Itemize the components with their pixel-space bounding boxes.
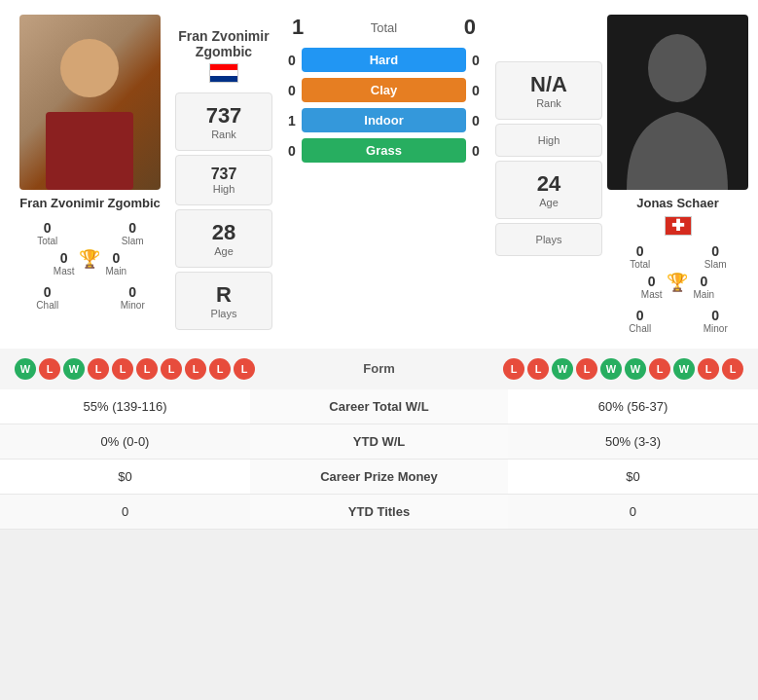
stat-mast-right: 0 Mast bbox=[641, 274, 663, 300]
players-section: Fran Zvonimir Zgombic 0 Total 0 Slam 0 M… bbox=[0, 0, 758, 344]
form-badge: L bbox=[503, 358, 524, 380]
grass-score-left: 0 bbox=[282, 143, 302, 159]
player-left-name: Fran Zvonimir Zgombic bbox=[19, 196, 160, 212]
trophy-icon-right: 🏆 bbox=[667, 274, 688, 291]
form-badge: W bbox=[63, 358, 85, 380]
player-right-stats-grid: 0 Total 0 Slam bbox=[607, 243, 748, 270]
middle-stats-left: Fran Zvonimir Zgombic 737 Rank 737 High … bbox=[175, 15, 272, 334]
stat-center-label: YTD W/L bbox=[250, 424, 508, 459]
high-label-left: High bbox=[191, 183, 257, 195]
stat-left-value: $0 bbox=[0, 459, 250, 494]
form-badge: L bbox=[112, 358, 133, 380]
form-badge: W bbox=[600, 358, 622, 380]
form-badge: L bbox=[161, 358, 182, 380]
age-value-left: 28 bbox=[191, 220, 257, 245]
plays-box-left: R Plays bbox=[175, 272, 272, 330]
form-badge: L bbox=[39, 358, 60, 380]
player-left-stats2: 0 Chall 0 Minor bbox=[10, 284, 170, 311]
rank-label-right: Rank bbox=[511, 97, 587, 109]
stat-left-value: 0 bbox=[0, 494, 250, 529]
plays-box-right: Plays bbox=[495, 223, 602, 256]
stat-center-label: YTD Titles bbox=[250, 494, 508, 529]
form-badge: W bbox=[625, 358, 646, 380]
form-badge: W bbox=[552, 358, 573, 380]
age-value-right: 24 bbox=[511, 171, 587, 197]
stat-mast-left: 0 Mast bbox=[54, 250, 75, 276]
high-box-right: High bbox=[495, 124, 602, 157]
form-badges-right: LLWLWWLWLL bbox=[503, 358, 743, 380]
surface-row-indoor: 1 Indoor 0 bbox=[282, 108, 486, 132]
player-right-stats2: 0 Chall 0 Minor bbox=[607, 308, 748, 334]
indoor-score-right: 0 bbox=[466, 113, 486, 129]
stat-chall-right: 0 Chall bbox=[607, 308, 673, 334]
stat-left-value: 55% (139-116) bbox=[0, 389, 250, 424]
stat-minor-right: 0 Minor bbox=[683, 308, 749, 334]
trophy-row-left: 0 Mast 🏆 0 Main bbox=[54, 250, 126, 276]
career-stat-row: 0% (0-0) YTD W/L 50% (3-3) bbox=[0, 424, 758, 459]
stat-main-right: 0 Main bbox=[693, 274, 714, 300]
player-right: Jonas Schaer ✚ 0 Total 0 Slam 0 bbox=[607, 15, 748, 334]
total-label: Total bbox=[371, 20, 397, 35]
form-badge: L bbox=[185, 358, 206, 380]
stat-total-left: 0 Total bbox=[10, 220, 86, 246]
svg-point-0 bbox=[648, 34, 706, 102]
total-row: 1 Total 0 bbox=[282, 15, 486, 40]
form-section: WLWLLLLLLL Form LLWLWWLWLL bbox=[0, 349, 758, 389]
form-badge: L bbox=[576, 358, 597, 380]
form-badge: L bbox=[527, 358, 549, 380]
player-left-stats: 0 Total 0 Slam bbox=[10, 220, 170, 246]
rank-value-left: 737 bbox=[191, 103, 257, 129]
trophy-icon-left: 🏆 bbox=[79, 250, 100, 268]
career-stat-row: 0 YTD Titles 0 bbox=[0, 494, 758, 529]
total-score-left: 1 bbox=[292, 15, 304, 40]
stat-chall-left: 0 Chall bbox=[10, 284, 86, 311]
stat-total-right: 0 Total bbox=[607, 243, 673, 270]
total-score-right: 0 bbox=[464, 15, 476, 40]
flag-croatia bbox=[209, 63, 238, 83]
age-box-right: 24 Age bbox=[495, 161, 602, 219]
career-stats-table: 55% (139-116) Career Total W/L 60% (56-3… bbox=[0, 389, 758, 530]
player-right-photo bbox=[607, 15, 748, 190]
plays-value-left: R bbox=[191, 282, 257, 308]
stat-left-value: 0% (0-0) bbox=[0, 424, 250, 459]
hard-score-left: 0 bbox=[282, 53, 302, 68]
age-box-left: 28 Age bbox=[175, 209, 272, 268]
form-badge: L bbox=[209, 358, 231, 380]
rank-box-left: 737 Rank bbox=[175, 92, 272, 151]
age-label-right: Age bbox=[511, 197, 587, 208]
grass-score-right: 0 bbox=[466, 143, 486, 159]
high-label-right: High bbox=[511, 134, 587, 146]
clay-score-left: 0 bbox=[282, 83, 302, 98]
indoor-score-left: 1 bbox=[282, 113, 302, 129]
age-label-left: Age bbox=[191, 245, 257, 257]
stat-main-left: 0 Main bbox=[105, 250, 126, 276]
stat-center-label: Career Prize Money bbox=[250, 459, 508, 494]
rank-box-right: N/A Rank bbox=[495, 61, 602, 120]
trophy-row-right: 0 Mast 🏆 0 Main bbox=[641, 274, 714, 300]
stat-center-label: Career Total W/L bbox=[250, 389, 508, 424]
form-badges-left: WLWLLLLLLL bbox=[15, 358, 255, 380]
form-badge: L bbox=[722, 358, 743, 380]
career-stat-row: 55% (139-116) Career Total W/L 60% (56-3… bbox=[0, 389, 758, 424]
form-badge: L bbox=[136, 358, 158, 380]
surface-grass-btn[interactable]: Grass bbox=[302, 138, 466, 163]
player-right-stats: N/A Rank High 24 Age Plays bbox=[495, 15, 602, 334]
silhouette-svg bbox=[607, 15, 748, 190]
plays-label-left: Plays bbox=[191, 308, 257, 319]
form-badge: W bbox=[15, 358, 36, 380]
rank-value-right: N/A bbox=[511, 72, 587, 97]
stat-right-value: $0 bbox=[508, 459, 758, 494]
career-stat-row: $0 Career Prize Money $0 bbox=[0, 459, 758, 494]
form-badge: L bbox=[649, 358, 670, 380]
form-badge: L bbox=[698, 358, 719, 380]
stat-right-value: 50% (3-3) bbox=[508, 424, 758, 459]
surface-row-hard: 0 Hard 0 bbox=[282, 48, 486, 72]
surface-indoor-btn[interactable]: Indoor bbox=[302, 108, 466, 132]
center-comparison: 1 Total 0 0 Hard 0 0 Clay 0 1 Indoor 0 0 bbox=[277, 15, 490, 334]
hard-score-right: 0 bbox=[466, 53, 486, 68]
surface-hard-btn[interactable]: Hard bbox=[302, 48, 466, 72]
plays-label-right: Plays bbox=[511, 234, 587, 245]
high-value-left: 737 bbox=[191, 166, 257, 183]
surface-clay-btn[interactable]: Clay bbox=[302, 78, 466, 102]
player-right-name: Jonas Schaer bbox=[636, 196, 719, 212]
